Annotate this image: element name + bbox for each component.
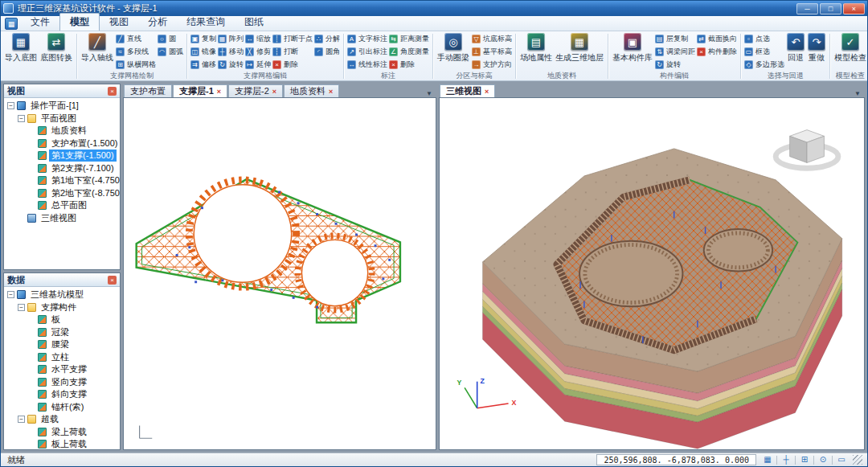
ribbon-button-import-basemap[interactable]: ▦导入底图 bbox=[3, 32, 39, 64]
ribbon-button-layer-copy[interactable]: ▤层复制 bbox=[654, 32, 696, 45]
ribbon-button-beam-spacing[interactable]: ⇅调梁间距 bbox=[654, 45, 696, 58]
ribbon-button-pit-bottom-level[interactable]: ▽坑底标高 bbox=[471, 32, 513, 45]
ribbon-button-component-delete[interactable]: ×构件删除 bbox=[696, 45, 738, 58]
document-tab-支撑层-1[interactable]: 支撑层-1× bbox=[173, 84, 227, 97]
navigation-cube[interactable] bbox=[776, 130, 838, 169]
tree-item-水平支撑[interactable]: 水平支撑 bbox=[4, 363, 120, 376]
resize-grip[interactable] bbox=[853, 455, 862, 465]
ribbon-button-base-level[interactable]: ⊥基平标高 bbox=[471, 45, 513, 58]
viewport-tab-3d[interactable]: 三维视图 × bbox=[440, 84, 495, 97]
document-tab-支撑层-2[interactable]: 支撑层-2× bbox=[228, 84, 283, 97]
menu-tab-结果查询[interactable]: 结果查询 bbox=[177, 14, 235, 31]
ribbon-button-mirror[interactable]: ◫镜像 bbox=[190, 45, 217, 58]
ribbon-button-site-properties[interactable]: ▤场地属性 bbox=[518, 32, 554, 64]
ribbon-button-redo[interactable]: ↷重做 bbox=[806, 32, 827, 64]
maximize-button[interactable]: □ bbox=[820, 3, 841, 14]
expander-icon[interactable]: − bbox=[18, 115, 25, 122]
ribbon-button-angle-measure[interactable]: ∠角度测量 bbox=[388, 45, 430, 58]
ribbon-button-distance-measure[interactable]: ⇆距离测量 bbox=[388, 32, 430, 45]
tree-item-立柱[interactable]: 立柱 bbox=[4, 351, 120, 364]
tree-item-地质资料[interactable]: 地质资料 bbox=[4, 125, 120, 137]
tree-item-总平面图[interactable]: 总平面图 bbox=[4, 199, 120, 212]
ribbon-button-polygon-select[interactable]: ◇多边形选 bbox=[743, 58, 785, 71]
expander-icon[interactable]: − bbox=[18, 304, 25, 311]
ribbon-button-import-axis[interactable]: ╱导入轴线 bbox=[80, 32, 115, 64]
expander-icon[interactable]: − bbox=[7, 291, 14, 298]
tree-item-腰梁[interactable]: 腰梁 bbox=[4, 338, 120, 351]
menu-tab-模型[interactable]: 模型 bbox=[59, 13, 100, 31]
ribbon-button-grid[interactable]: ⊞纵横网格 bbox=[115, 58, 157, 71]
osnap-icon[interactable]: ⊙ bbox=[817, 454, 829, 465]
ribbon-button-delete[interactable]: ×删除 bbox=[272, 58, 313, 71]
document-tab-支护布置[interactable]: 支护布置 bbox=[124, 84, 172, 97]
expander-icon[interactable]: − bbox=[18, 416, 25, 423]
ribbon-button-break-at-point[interactable]: ┊打断于点 bbox=[272, 32, 313, 45]
menu-tab-文件[interactable]: 文件 bbox=[21, 14, 59, 31]
ribbon-button-rotate[interactable]: ↻旋转 bbox=[217, 58, 244, 71]
snap-grid-icon[interactable]: ⊞ bbox=[798, 454, 811, 465]
menu-tab-视图[interactable]: 视图 bbox=[100, 14, 138, 31]
tree-item-平面视图[interactable]: −平面视图 bbox=[4, 113, 120, 125]
grid-toggle-icon[interactable]: ▦ bbox=[761, 454, 774, 465]
ribbon-button-generate-3d-strata[interactable]: ▦生成三维地层 bbox=[554, 32, 605, 64]
ribbon-button-support-direction[interactable]: →支护方向 bbox=[471, 58, 513, 71]
tree-item-板[interactable]: 板 bbox=[4, 313, 120, 326]
ribbon-button-component-library[interactable]: ▣基本构件库 bbox=[611, 32, 654, 64]
ribbon-button-model-check[interactable]: ✓模型检查 bbox=[833, 32, 867, 64]
ribbon-button-delete-annotation[interactable]: ×删除 bbox=[388, 58, 430, 71]
viewport-dropdown-icon[interactable]: ▼ bbox=[851, 90, 864, 97]
ribbon-button-leader-annotation[interactable]: ↗引出标注 bbox=[346, 45, 388, 58]
ribbon-button-break[interactable]: ┆打断 bbox=[272, 45, 313, 58]
ribbon-button-scale[interactable]: ↔缩放 bbox=[244, 32, 272, 45]
ribbon-button-offset[interactable]: ⇉偏移 bbox=[190, 58, 217, 71]
ribbon-button-line[interactable]: ╱直线 bbox=[115, 32, 157, 45]
ribbon-button-polyline[interactable]: ≈多段线 bbox=[115, 45, 157, 58]
crosshair-icon[interactable]: ┼ bbox=[780, 454, 792, 465]
ribbon-button-copy[interactable]: ▣复制 bbox=[190, 32, 217, 45]
ribbon-button-undo[interactable]: ↶回退 bbox=[785, 32, 806, 64]
close-tab-icon[interactable]: × bbox=[217, 88, 221, 96]
selection-mode-icon[interactable]: ▭ bbox=[835, 454, 848, 465]
plan-view-canvas[interactable] bbox=[123, 97, 436, 450]
close-tab-icon[interactable]: × bbox=[329, 88, 333, 96]
ribbon-button-section-reverse[interactable]: ⇄截面换向 bbox=[696, 32, 738, 45]
close-tab-icon[interactable]: × bbox=[272, 88, 276, 96]
tree-item-冠梁[interactable]: 冠梁 bbox=[4, 326, 120, 339]
ribbon-button-move[interactable]: ┼移动 bbox=[217, 45, 244, 58]
ribbon-button-arc[interactable]: ◠圆弧 bbox=[157, 45, 184, 58]
ribbon-button-manual-ring-beam[interactable]: ◎手动圈梁 bbox=[436, 32, 471, 64]
close-3d-view-icon[interactable]: × bbox=[485, 88, 489, 96]
ribbon-button-basemap-convert[interactable]: ⇄底图转换 bbox=[39, 32, 74, 64]
tree-item-斜向支撑[interactable]: 斜向支撑 bbox=[4, 388, 120, 401]
tree-item-锚杆(索)[interactable]: 锚杆(索) bbox=[4, 401, 120, 414]
tree-item-板上荷载[interactable]: 板上荷载 bbox=[4, 438, 120, 449]
menu-tab-图纸[interactable]: 图纸 bbox=[235, 14, 273, 31]
minimize-button[interactable]: ─ bbox=[796, 3, 818, 14]
ribbon-button-array[interactable]: ▦阵列 bbox=[217, 32, 244, 45]
ribbon-button-trim[interactable]: ╳修剪 bbox=[244, 45, 272, 58]
ribbon-button-rotate-component[interactable]: ↻旋转 bbox=[654, 58, 696, 71]
ribbon-button-explode[interactable]: ∴分解 bbox=[313, 32, 341, 45]
close-button[interactable]: × bbox=[843, 3, 865, 14]
tree-item-第1地下室(-4.750)[interactable]: 第1地下室(-4.750) bbox=[4, 174, 120, 187]
ribbon-button-linear-annotation[interactable]: ↔线性标注 bbox=[346, 58, 388, 71]
three-d-viewport[interactable]: X Y Z bbox=[439, 97, 865, 450]
tree-item-梁上荷载[interactable]: 梁上荷载 bbox=[4, 426, 120, 439]
ribbon-button-extend[interactable]: ↦延伸 bbox=[244, 58, 272, 71]
tree-item-三维视图[interactable]: 三维视图 bbox=[4, 212, 120, 225]
tree-item-支护布置(-1.500)[interactable]: 支护布置(-1.500) bbox=[4, 137, 120, 150]
expander-icon[interactable]: − bbox=[7, 102, 14, 109]
ribbon-button-circle[interactable]: ○圆 bbox=[157, 32, 184, 45]
ribbon-button-box-select[interactable]: ▭框选 bbox=[743, 45, 785, 58]
tree-item-第1支撑(-1.500)[interactable]: 第1支撑(-1.500) bbox=[4, 150, 120, 162]
tab-list-dropdown-icon[interactable]: ▼ bbox=[423, 90, 436, 97]
tree-item-三维基坑模型[interactable]: −三维基坑模型 bbox=[4, 289, 120, 301]
tree-item-第2支撑(-7.100)[interactable]: 第2支撑(-7.100) bbox=[4, 162, 120, 175]
menu-tab-分析[interactable]: 分析 bbox=[138, 14, 177, 31]
ribbon-button-text-annotation[interactable]: A文字标注 bbox=[346, 32, 388, 45]
ribbon-button-fillet[interactable]: ◜圆角 bbox=[313, 45, 341, 58]
document-tab-地质资料[interactable]: 地质资料× bbox=[284, 84, 339, 97]
tree-item-支撑构件[interactable]: −支撑构件 bbox=[4, 301, 120, 314]
tree-item-竖向支撑[interactable]: 竖向支撑 bbox=[4, 376, 120, 389]
app-menu-icon[interactable]: ▦ bbox=[5, 18, 18, 30]
